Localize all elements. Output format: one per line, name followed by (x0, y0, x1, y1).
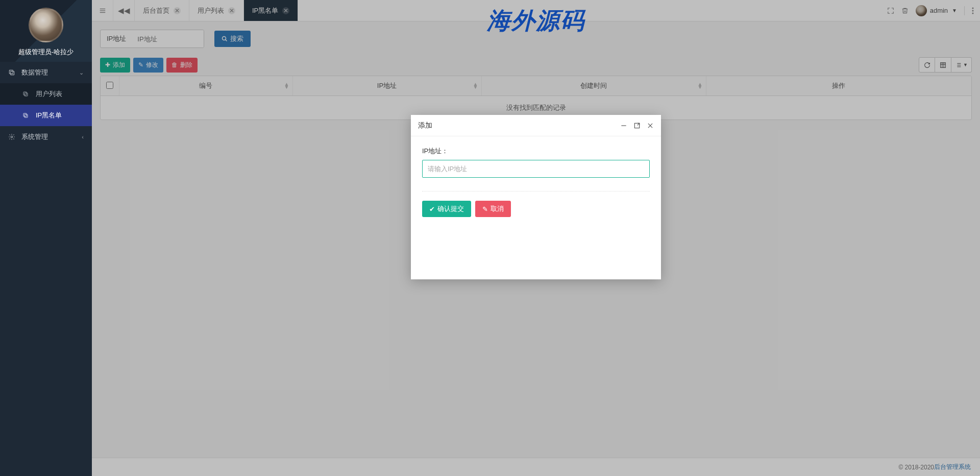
submit-button[interactable]: ✔ 确认提交 (422, 201, 471, 217)
copy-icon (22, 112, 31, 118)
modal-header: 添加 (411, 115, 661, 136)
minus-icon (620, 122, 627, 129)
minimize-button[interactable] (620, 122, 627, 129)
modal-actions: ✔ 确认提交 ✎ 取消 (422, 201, 650, 217)
app-root: 超级管理员-哈拉少 数据管理 ⌄ 用户列表 (0, 0, 980, 476)
ip-input[interactable] (422, 160, 650, 178)
svg-rect-0 (11, 72, 14, 75)
sidebar: 超级管理员-哈拉少 数据管理 ⌄ 用户列表 (0, 0, 92, 476)
svg-rect-3 (23, 92, 27, 95)
pencil-icon: ✎ (482, 205, 488, 213)
svg-line-27 (638, 123, 640, 125)
avatar (29, 8, 63, 42)
profile-name: 超级管理员-哈拉少 (0, 47, 92, 57)
nav-sub-label: 用户列表 (36, 89, 62, 99)
sidebar-profile: 超级管理员-哈拉少 (0, 0, 92, 62)
copy-icon (8, 69, 16, 76)
nav-item-data-management[interactable]: 数据管理 ⌄ (0, 62, 92, 83)
btn-label: 取消 (491, 204, 504, 213)
nav-item-system[interactable]: 系统管理 ‹ (0, 126, 92, 148)
maximize-button[interactable] (633, 122, 641, 129)
divider (422, 191, 650, 192)
svg-rect-1 (9, 70, 13, 74)
modal-body: IP地址： ✔ 确认提交 ✎ 取消 (411, 136, 661, 279)
svg-rect-5 (23, 113, 27, 116)
nav-sub-label: IP黑名单 (36, 111, 62, 120)
main: ◀◀ 后台首页 ✕ 用户列表 ✕ IP黑名单 ✕ (92, 0, 980, 476)
check-icon: ✔ (429, 205, 435, 213)
nav-sub-item-ip-blacklist[interactable]: IP黑名单 (0, 105, 92, 126)
btn-label: 确认提交 (437, 204, 464, 213)
nav-label: 数据管理 (21, 68, 48, 77)
nav-sub-item-users[interactable]: 用户列表 (0, 83, 92, 105)
chevron-down-icon: ⌄ (79, 69, 84, 76)
svg-point-6 (11, 136, 13, 138)
modal-controls (620, 122, 654, 129)
ip-field-label: IP地址： (422, 147, 650, 156)
svg-rect-4 (24, 114, 28, 117)
modal-title: 添加 (418, 121, 432, 130)
cog-icon (8, 133, 16, 140)
nav-sub-data: 用户列表 IP黑名单 (0, 83, 92, 126)
copy-icon (22, 91, 31, 97)
svg-rect-2 (24, 93, 28, 96)
close-icon (647, 122, 654, 129)
nav-label: 系统管理 (21, 132, 48, 141)
cancel-button[interactable]: ✎ 取消 (475, 201, 511, 217)
add-modal: 添加 IP地址： (411, 115, 661, 279)
expand-icon (633, 122, 641, 129)
nav: 数据管理 ⌄ 用户列表 IP黑名单 (0, 62, 92, 148)
chevron-left-icon: ‹ (82, 134, 84, 140)
close-button[interactable] (647, 122, 654, 129)
